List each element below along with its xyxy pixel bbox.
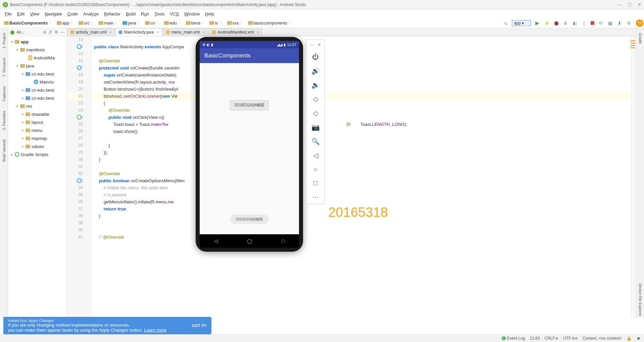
make-icon[interactable]: ↘ (502, 20, 508, 26)
tree-pkg2[interactable]: cn.edu.best (32, 88, 54, 93)
rotate-right-icon[interactable]: ◇ (313, 109, 318, 117)
run-icon[interactable]: ▶ (534, 20, 540, 26)
crumb-src[interactable]: src〉 (77, 20, 97, 26)
crumb-java[interactable]: java〉 (121, 20, 144, 26)
project-tree[interactable]: ▾app ▾manifests AndroidMa ▾java ▾cn.edu.… (8, 36, 67, 317)
tab-android-manifest[interactable]: AndroidManifest.xml× (209, 28, 262, 36)
tab-build-variants[interactable]: Build Variants (1, 138, 7, 163)
menu-build[interactable]: Build (124, 11, 138, 17)
target-icon[interactable]: ⊕ (43, 30, 47, 35)
crumb-edu[interactable]: edu〉 (163, 20, 185, 26)
crumb-cn[interactable]: cn〉 (144, 20, 163, 26)
tab-menu-main[interactable]: menu_main.xml× (163, 28, 208, 36)
tab-captures[interactable]: Captures (1, 85, 7, 103)
close-icon[interactable]: × (109, 30, 111, 34)
close-icon[interactable]: × (157, 30, 159, 34)
tree-java[interactable]: java (26, 63, 34, 68)
menu-view[interactable]: View (28, 11, 41, 17)
emulator-window[interactable]: ⚙ ◐ ▮ ◢◢▮11:07 BasicComponents 20165318孙… (196, 37, 303, 252)
volume-up-icon[interactable]: 🔊 (311, 67, 320, 75)
menu-edit[interactable]: Edit (15, 11, 27, 17)
tab-project[interactable]: 1: Project (1, 32, 7, 50)
tree-values[interactable]: values (32, 144, 44, 149)
crumb-is[interactable]: is〉 (208, 20, 226, 26)
stop-icon[interactable] (591, 21, 594, 25)
tree-mipmap[interactable]: mipmap (32, 136, 47, 141)
tab-activity-main[interactable]: activity_main.xml× (67, 28, 115, 36)
attach-icon[interactable]: ◐ (572, 20, 578, 26)
menu-vcs[interactable]: VCS (168, 11, 181, 17)
volume-down-icon[interactable]: 🔉 (311, 81, 320, 89)
overview-icon[interactable]: □ (313, 179, 317, 187)
tree-mainactivity[interactable]: MainAc (40, 80, 54, 85)
crumb-sxx[interactable]: sxx〉 (226, 20, 247, 26)
tab-mainactivity[interactable]: MainActivity.java× (115, 28, 162, 36)
tree-menu[interactable]: menu (32, 128, 43, 133)
menu-run[interactable]: Run (139, 11, 151, 17)
download-icon[interactable]: ⬇ (616, 20, 623, 26)
emulator-button[interactable]: 20165318孙晓暄 (230, 100, 268, 110)
menu-navigate[interactable]: Navigate (43, 11, 64, 17)
tree-drawable[interactable]: drawable (32, 112, 49, 117)
crumb-app[interactable]: app〉 (55, 20, 77, 26)
recents-icon[interactable]: □ (282, 238, 284, 244)
zoom-icon[interactable]: 🔍 (311, 137, 320, 145)
maximize-icon[interactable]: ☐ (628, 2, 632, 7)
inspector-icon[interactable]: ☻ (636, 336, 641, 341)
tree-pkg1[interactable]: cn.edu.best (32, 71, 54, 77)
menu-analyze[interactable]: Analyze (81, 11, 101, 17)
run-config-select[interactable]: app ▾ (512, 20, 531, 26)
close-icon[interactable]: ✕ (638, 2, 641, 7)
structure-icon[interactable]: ⧉ (626, 20, 632, 26)
tab-gradle[interactable]: Gradle (638, 32, 643, 45)
memory-gauge[interactable]: 77 (636, 19, 643, 27)
more-icon[interactable]: ⋯ (312, 193, 319, 201)
menu-code[interactable]: Code (65, 11, 80, 17)
learn-more-link[interactable]: Learn more (144, 328, 166, 333)
tree-res[interactable]: res (26, 104, 32, 109)
tree-gradle-scripts[interactable]: Gradle Scripts (21, 152, 48, 157)
menu-file[interactable]: File (3, 11, 14, 17)
context-indicator[interactable]: Context: <no context> (583, 336, 622, 341)
back-icon[interactable]: ◁ (214, 238, 218, 244)
menu-tools[interactable]: Tools (152, 11, 166, 17)
minimize-icon[interactable]: — (617, 2, 622, 7)
home-icon[interactable]: ◯ (247, 238, 252, 244)
tab-favorites[interactable]: 2: Favorites (1, 109, 7, 131)
back-icon[interactable]: ◁ (313, 151, 318, 159)
power-icon[interactable]: ⏻ (312, 53, 319, 61)
menu-help[interactable]: Help (203, 11, 216, 17)
menu-window[interactable]: Window (182, 11, 202, 17)
tab-device-file-explorer[interactable]: Device File Explorer (638, 282, 643, 317)
crumb-root[interactable]: BasicComponents〉 (3, 20, 55, 26)
sdk-icon[interactable]: ▦ (607, 20, 613, 26)
crumb-package[interactable]: basiccomponents〉 (247, 20, 295, 26)
apply-changes-icon[interactable]: ⚡ (544, 20, 550, 26)
tree-app[interactable]: app (21, 39, 29, 44)
crumb-main[interactable]: main〉 (97, 20, 121, 26)
hide-icon[interactable]: — (60, 30, 65, 35)
minimize-icon[interactable]: — (310, 43, 314, 47)
close-icon[interactable]: × (203, 30, 205, 34)
tree-layout[interactable]: layout (32, 120, 43, 125)
home-icon[interactable]: ○ (313, 165, 317, 173)
avd-icon[interactable]: ▯ (581, 20, 587, 26)
got-it-button[interactable]: GOT IT! (192, 324, 207, 328)
lock-icon[interactable]: 🔒 (627, 336, 632, 341)
gear-icon[interactable]: ⚙ (54, 30, 58, 35)
camera-icon[interactable]: 📷 (311, 123, 320, 131)
code-content[interactable]: public class MainActivity extends AppCom… (91, 36, 631, 317)
collapse-icon[interactable]: ⇵ (49, 30, 52, 35)
sync-icon[interactable]: ⟳ (598, 20, 604, 26)
tree-manifest-file[interactable]: AndroidMa (34, 55, 55, 60)
close-icon[interactable]: ✕ (318, 43, 321, 47)
tab-structure[interactable]: 7: Structure (1, 56, 7, 78)
line-separator[interactable]: CRLF≑ (545, 336, 558, 341)
menu-refactor[interactable]: Refactor (102, 11, 122, 17)
profile-icon[interactable]: ⏸ (562, 20, 568, 26)
code-editor[interactable]: 1314151617181920212223242526272829303132… (67, 36, 636, 317)
event-log-button[interactable]: 1Event Log (502, 336, 525, 341)
rotate-left-icon[interactable]: ◇ (313, 95, 318, 103)
close-icon[interactable]: × (257, 30, 259, 34)
tree-manifests[interactable]: manifests (26, 47, 45, 52)
